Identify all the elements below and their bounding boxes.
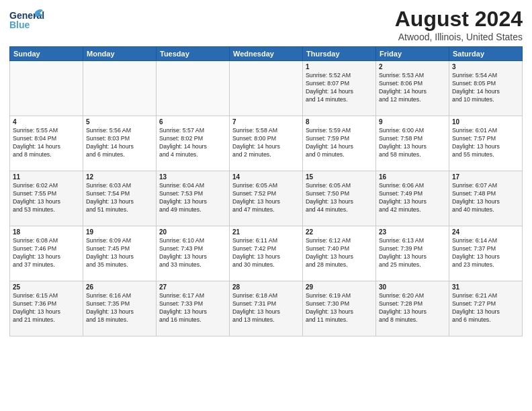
- svg-text:Blue: Blue: [9, 19, 30, 30]
- day-number: 14: [232, 173, 300, 181]
- day-number: 17: [452, 173, 519, 181]
- day-info: Sunrise: 6:14 AMSunset: 7:37 PMDaylight:…: [452, 237, 519, 269]
- day-info: Sunrise: 6:05 AMSunset: 7:52 PMDaylight:…: [232, 182, 300, 214]
- weekday-row: Sunday Monday Tuesday Wednesday Thursday…: [10, 47, 523, 61]
- calendar-cell: 29Sunrise: 6:19 AMSunset: 7:30 PMDayligh…: [303, 281, 376, 336]
- day-number: 9: [379, 118, 446, 126]
- day-info: Sunrise: 6:15 AMSunset: 7:36 PMDaylight:…: [13, 292, 80, 324]
- calendar-cell: 9Sunrise: 6:00 AMSunset: 7:58 PMDaylight…: [376, 116, 449, 171]
- day-number: 16: [379, 173, 446, 181]
- day-number: 4: [13, 118, 80, 126]
- day-number: 31: [452, 283, 519, 291]
- calendar-cell: 15Sunrise: 6:05 AMSunset: 7:50 PMDayligh…: [303, 171, 376, 226]
- day-number: 15: [306, 173, 373, 181]
- day-info: Sunrise: 6:04 AMSunset: 7:53 PMDaylight:…: [159, 182, 226, 214]
- calendar: Sunday Monday Tuesday Wednesday Thursday…: [9, 46, 523, 336]
- day-number: 27: [159, 283, 226, 291]
- day-info: Sunrise: 6:19 AMSunset: 7:30 PMDaylight:…: [306, 292, 373, 324]
- weekday-monday: Monday: [83, 47, 157, 61]
- calendar-cell: 25Sunrise: 6:15 AMSunset: 7:36 PMDayligh…: [10, 281, 83, 336]
- logo: General Blue: [9, 7, 46, 35]
- calendar-week-5: 25Sunrise: 6:15 AMSunset: 7:36 PMDayligh…: [10, 281, 523, 336]
- day-info: Sunrise: 5:58 AMSunset: 8:00 PMDaylight:…: [232, 127, 300, 159]
- day-info: Sunrise: 6:03 AMSunset: 7:54 PMDaylight:…: [86, 182, 153, 214]
- calendar-cell: 19Sunrise: 6:09 AMSunset: 7:45 PMDayligh…: [83, 226, 157, 281]
- day-info: Sunrise: 6:00 AMSunset: 7:58 PMDaylight:…: [379, 127, 446, 159]
- calendar-body: 1Sunrise: 5:52 AMSunset: 8:07 PMDaylight…: [10, 61, 523, 336]
- calendar-cell: 16Sunrise: 6:06 AMSunset: 7:49 PMDayligh…: [376, 171, 449, 226]
- subtitle: Atwood, Illinois, United States: [395, 32, 523, 42]
- day-number: 7: [232, 118, 300, 126]
- header: General Blue August 2024 Atwood, Illinoi…: [9, 7, 523, 42]
- day-number: 1: [306, 63, 373, 71]
- calendar-cell: 14Sunrise: 6:05 AMSunset: 7:52 PMDayligh…: [230, 171, 303, 226]
- day-info: Sunrise: 6:01 AMSunset: 7:57 PMDaylight:…: [452, 127, 519, 159]
- calendar-cell: 2Sunrise: 5:53 AMSunset: 8:06 PMDaylight…: [376, 61, 449, 116]
- calendar-cell: 31Sunrise: 6:21 AMSunset: 7:27 PMDayligh…: [449, 281, 523, 336]
- day-number: 23: [379, 228, 446, 236]
- day-info: Sunrise: 6:13 AMSunset: 7:39 PMDaylight:…: [379, 237, 446, 269]
- calendar-cell: [230, 61, 303, 116]
- day-number: 28: [232, 283, 300, 291]
- day-number: 30: [379, 283, 446, 291]
- weekday-tuesday: Tuesday: [157, 47, 230, 61]
- weekday-wednesday: Wednesday: [230, 47, 303, 61]
- calendar-cell: [10, 61, 83, 116]
- day-number: 12: [86, 173, 153, 181]
- day-number: 20: [159, 228, 226, 236]
- day-number: 13: [159, 173, 226, 181]
- day-info: Sunrise: 6:12 AMSunset: 7:40 PMDaylight:…: [306, 237, 373, 269]
- day-info: Sunrise: 5:53 AMSunset: 8:06 PMDaylight:…: [379, 72, 446, 104]
- day-info: Sunrise: 6:02 AMSunset: 7:55 PMDaylight:…: [13, 182, 80, 214]
- day-info: Sunrise: 6:08 AMSunset: 7:46 PMDaylight:…: [13, 237, 80, 269]
- title-block: August 2024 Atwood, Illinois, United Sta…: [395, 7, 523, 42]
- calendar-cell: 17Sunrise: 6:07 AMSunset: 7:48 PMDayligh…: [449, 171, 523, 226]
- main-title: August 2024: [395, 7, 523, 32]
- day-number: 8: [306, 118, 373, 126]
- day-info: Sunrise: 6:07 AMSunset: 7:48 PMDaylight:…: [452, 182, 519, 214]
- day-number: 21: [232, 228, 300, 236]
- day-info: Sunrise: 6:06 AMSunset: 7:49 PMDaylight:…: [379, 182, 446, 214]
- day-info: Sunrise: 5:56 AMSunset: 8:03 PMDaylight:…: [86, 127, 153, 159]
- calendar-cell: 4Sunrise: 5:55 AMSunset: 8:04 PMDaylight…: [10, 116, 83, 171]
- calendar-cell: 11Sunrise: 6:02 AMSunset: 7:55 PMDayligh…: [10, 171, 83, 226]
- day-number: 29: [306, 283, 373, 291]
- calendar-week-1: 1Sunrise: 5:52 AMSunset: 8:07 PMDaylight…: [10, 61, 523, 116]
- day-number: 19: [86, 228, 153, 236]
- day-info: Sunrise: 6:21 AMSunset: 7:27 PMDaylight:…: [452, 292, 519, 324]
- calendar-cell: [157, 61, 230, 116]
- calendar-cell: [83, 61, 157, 116]
- weekday-friday: Friday: [376, 47, 449, 61]
- day-info: Sunrise: 5:55 AMSunset: 8:04 PMDaylight:…: [13, 127, 80, 159]
- day-info: Sunrise: 6:09 AMSunset: 7:45 PMDaylight:…: [86, 237, 153, 269]
- day-info: Sunrise: 5:59 AMSunset: 7:59 PMDaylight:…: [306, 127, 373, 159]
- calendar-cell: 20Sunrise: 6:10 AMSunset: 7:43 PMDayligh…: [157, 226, 230, 281]
- calendar-cell: 26Sunrise: 6:16 AMSunset: 7:35 PMDayligh…: [83, 281, 157, 336]
- calendar-cell: 8Sunrise: 5:59 AMSunset: 7:59 PMDaylight…: [303, 116, 376, 171]
- day-number: 3: [452, 63, 519, 71]
- day-info: Sunrise: 6:18 AMSunset: 7:31 PMDaylight:…: [232, 292, 300, 324]
- day-info: Sunrise: 6:16 AMSunset: 7:35 PMDaylight:…: [86, 292, 153, 324]
- day-number: 26: [86, 283, 153, 291]
- day-info: Sunrise: 6:10 AMSunset: 7:43 PMDaylight:…: [159, 237, 226, 269]
- logo-icon: General Blue: [9, 7, 44, 35]
- day-number: 18: [13, 228, 80, 236]
- calendar-cell: 10Sunrise: 6:01 AMSunset: 7:57 PMDayligh…: [449, 116, 523, 171]
- calendar-cell: 18Sunrise: 6:08 AMSunset: 7:46 PMDayligh…: [10, 226, 83, 281]
- day-info: Sunrise: 5:57 AMSunset: 8:02 PMDaylight:…: [159, 127, 226, 159]
- calendar-week-2: 4Sunrise: 5:55 AMSunset: 8:04 PMDaylight…: [10, 116, 523, 171]
- calendar-cell: 1Sunrise: 5:52 AMSunset: 8:07 PMDaylight…: [303, 61, 376, 116]
- calendar-cell: 22Sunrise: 6:12 AMSunset: 7:40 PMDayligh…: [303, 226, 376, 281]
- calendar-cell: 6Sunrise: 5:57 AMSunset: 8:02 PMDaylight…: [157, 116, 230, 171]
- calendar-cell: 5Sunrise: 5:56 AMSunset: 8:03 PMDaylight…: [83, 116, 157, 171]
- page: General Blue August 2024 Atwood, Illinoi…: [0, 0, 532, 411]
- day-info: Sunrise: 6:17 AMSunset: 7:33 PMDaylight:…: [159, 292, 226, 324]
- weekday-sunday: Sunday: [10, 47, 83, 61]
- calendar-cell: 3Sunrise: 5:54 AMSunset: 8:05 PMDaylight…: [449, 61, 523, 116]
- calendar-header: Sunday Monday Tuesday Wednesday Thursday…: [10, 47, 523, 61]
- day-number: 5: [86, 118, 153, 126]
- calendar-cell: 12Sunrise: 6:03 AMSunset: 7:54 PMDayligh…: [83, 171, 157, 226]
- calendar-cell: 21Sunrise: 6:11 AMSunset: 7:42 PMDayligh…: [230, 226, 303, 281]
- day-info: Sunrise: 5:52 AMSunset: 8:07 PMDaylight:…: [306, 72, 373, 104]
- calendar-week-4: 18Sunrise: 6:08 AMSunset: 7:46 PMDayligh…: [10, 226, 523, 281]
